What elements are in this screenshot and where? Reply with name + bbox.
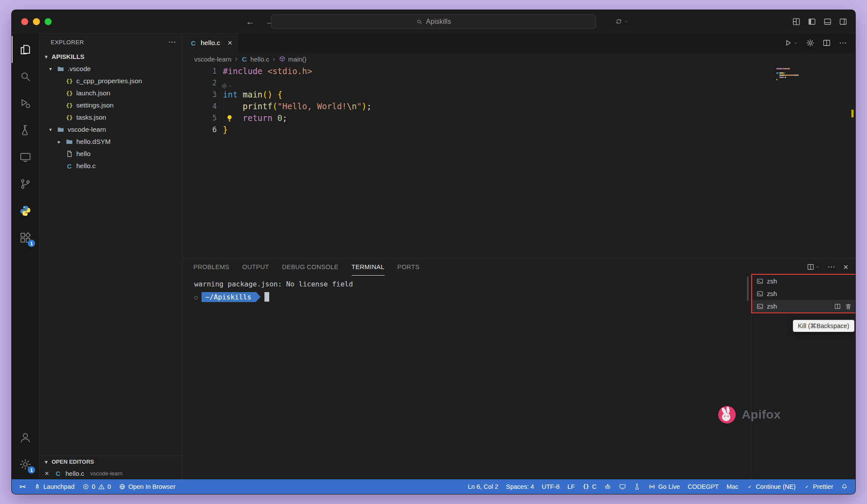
customize-layout-icon[interactable] — [792, 17, 801, 26]
tree-chevron: ▸ — [56, 139, 62, 145]
search-label: Apiskills — [426, 18, 451, 26]
status-api-tool[interactable] — [630, 479, 645, 494]
activity-accounts-icon[interactable] — [12, 424, 39, 451]
split-terminal-button[interactable] — [807, 263, 820, 271]
activity-remote-explorer-icon[interactable] — [12, 143, 39, 170]
status-launchpad[interactable]: Launchpad — [30, 479, 78, 494]
terminal-tab-1[interactable]: zsh — [752, 275, 855, 287]
chevron-down-icon — [793, 41, 798, 46]
code-line-2[interactable]: 2 — [183, 77, 855, 89]
tree-item-hello[interactable]: hello — [39, 148, 183, 160]
run-icon — [784, 39, 792, 47]
sync-status[interactable] — [615, 18, 629, 25]
tree-item-c_cpp_properties.json[interactable]: {}c_cpp_properties.json — [39, 75, 183, 87]
status-platform[interactable]: Mac — [723, 479, 742, 494]
panel-tab-terminal[interactable]: TERMINAL — [352, 258, 385, 276]
prompt-status-icon: ○ — [194, 294, 198, 300]
chevron-down-icon — [624, 19, 629, 24]
beaker-icon — [634, 483, 641, 490]
close-window-button[interactable] — [21, 18, 28, 25]
code-editor[interactable]: 1#include <stdio.h>23int main() {4 print… — [183, 65, 855, 258]
close-tab-icon[interactable]: × — [228, 38, 232, 48]
status-problems[interactable]: 00 — [78, 479, 115, 494]
status-codegpt-robot[interactable] — [600, 479, 615, 494]
panel-tab-ports[interactable]: PORTS — [398, 258, 420, 276]
tree-item-tasks.json[interactable]: {}tasks.json — [39, 111, 183, 124]
panel-more-actions-icon[interactable]: ⋯ — [828, 263, 835, 271]
toggle-secondary-sidebar-icon[interactable] — [839, 17, 847, 26]
activity-search-icon[interactable] — [12, 63, 39, 90]
tree-item-launch.json[interactable]: {}launch.json — [39, 87, 183, 99]
close-icon[interactable]: × — [45, 469, 51, 478]
command-center-search[interactable]: Apiskills — [271, 14, 596, 29]
code-line-4[interactable]: 4 printf("Hello, World!\n"); — [183, 101, 855, 112]
activity-explorer-icon[interactable] — [12, 36, 39, 63]
warning-icon — [98, 483, 105, 490]
terminal-scrollbar[interactable] — [747, 276, 749, 301]
panel-tab-output[interactable]: OUTPUT — [242, 258, 269, 276]
tree-item-hello.c[interactable]: Chello.c — [39, 160, 183, 172]
status-go-live[interactable]: Go Live — [645, 479, 684, 494]
sidebar-more-actions-icon[interactable]: ⋯ — [168, 37, 176, 47]
terminal-tab-3[interactable]: zsh — [752, 300, 855, 312]
toggle-primary-sidebar-icon[interactable] — [808, 17, 816, 26]
lightbulb-icon[interactable] — [225, 114, 234, 122]
code-action-gear-icon[interactable] — [221, 83, 232, 89]
rocket-icon — [34, 483, 41, 490]
tab-hello-c[interactable]: C hello.c × — [183, 33, 238, 52]
split-terminal-icon[interactable] — [834, 303, 841, 310]
code-line-6[interactable]: 6} — [183, 124, 855, 136]
code-line-5[interactable]: 5 return 0; — [183, 112, 855, 124]
code-line-1[interactable]: 1#include <stdio.h> — [183, 65, 855, 77]
activity-bar-bottom: 1 — [12, 424, 39, 478]
tree-item-hello.dSYM[interactable]: ▸hello.dSYM — [39, 136, 183, 148]
open-editor-hello.c[interactable]: ×Chello.cvscode-learn — [39, 468, 183, 479]
settings-gear-icon[interactable] — [806, 39, 815, 47]
activity-source-control-icon[interactable] — [12, 170, 39, 197]
status-open-in-browser[interactable]: Open In Browser — [115, 479, 179, 494]
status-eol[interactable]: LF — [564, 479, 579, 494]
more-actions-icon[interactable]: ⋯ — [839, 39, 847, 47]
kill-tooltip: Kill (⌘Backspace) — [793, 320, 854, 332]
activity-testing-icon[interactable] — [12, 117, 39, 143]
badge: 1 — [28, 240, 35, 247]
open-editors-header[interactable]: ▾ OPEN EDITORS — [39, 456, 183, 468]
status-indentation[interactable]: Spaces: 4 — [502, 479, 538, 494]
chevron-down-icon — [815, 265, 820, 269]
run-file-button[interactable] — [784, 39, 798, 47]
status-screencast[interactable] — [615, 479, 630, 494]
activity-python-icon[interactable] — [12, 197, 39, 224]
status-codegpt[interactable]: CODEGPT — [684, 479, 723, 494]
panel-tab-debug-console[interactable]: DEBUG CONSOLE — [282, 258, 338, 276]
tree-chevron: ▾ — [47, 127, 54, 133]
breadcrumb-hello.c[interactable]: Chello.c — [241, 55, 269, 63]
status-continue[interactable]: ✓Continue (NE) — [742, 479, 799, 494]
close-panel-icon[interactable]: × — [843, 262, 848, 272]
panel-tab-problems[interactable]: PROBLEMS — [193, 258, 229, 276]
layout-controls — [792, 17, 847, 26]
terminal-tab-2[interactable]: zsh — [752, 287, 855, 300]
status-remote-indicator[interactable]: >< — [15, 479, 30, 494]
zoom-window-button[interactable] — [45, 18, 52, 25]
minimap[interactable] — [776, 68, 804, 81]
activity-run-and-debug-icon[interactable] — [12, 90, 39, 117]
activity-extensions-icon[interactable]: 1 — [12, 224, 39, 251]
breadcrumb-vscode-learn[interactable]: vscode-learn — [194, 55, 231, 63]
tree-item-.vscode[interactable]: ▾.vscode — [39, 63, 183, 75]
tree-item-vscode-learn[interactable]: ▾vscode-learn — [39, 124, 183, 136]
code-line-3[interactable]: 3int main() { — [183, 89, 855, 101]
breadcrumb-main[interactable]: main() — [279, 55, 307, 63]
kill-terminal-icon[interactable] — [845, 303, 852, 310]
status-cursor-position[interactable]: Ln 6, Col 2 — [464, 479, 502, 494]
workspace-section-header[interactable]: ▾ APISKILLS — [39, 51, 183, 63]
status-encoding[interactable]: UTF-8 — [538, 479, 564, 494]
status-prettier[interactable]: ✓Prettier — [799, 479, 837, 494]
status-notifications[interactable] — [837, 479, 852, 494]
status-language-mode[interactable]: {}C — [579, 479, 600, 494]
activity-settings-icon[interactable]: 1 — [12, 451, 39, 478]
tree-item-settings.json[interactable]: {}settings.json — [39, 99, 183, 111]
split-editor-icon[interactable] — [822, 39, 831, 47]
back-icon[interactable]: ← — [246, 16, 255, 27]
toggle-panel-icon[interactable] — [823, 17, 832, 26]
minimize-window-button[interactable] — [33, 18, 40, 25]
